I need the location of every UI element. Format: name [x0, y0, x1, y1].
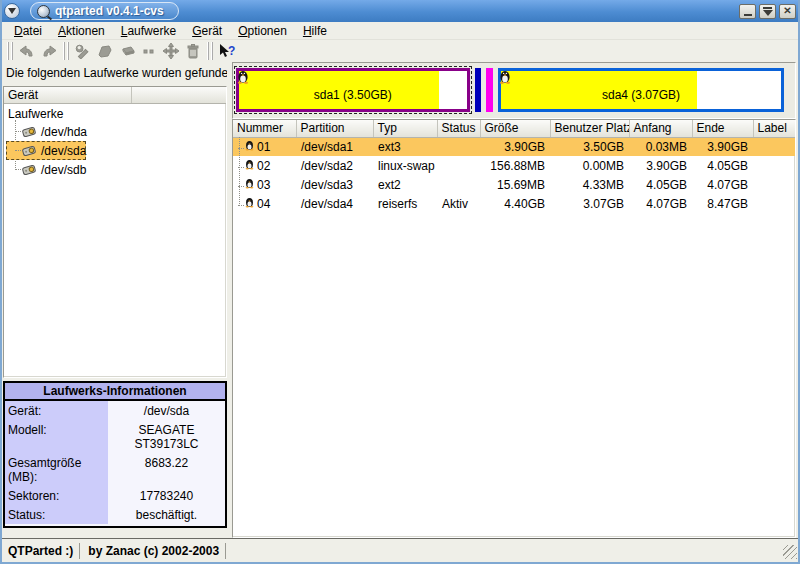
menu-bar: Datei Aktionen Laufwerke Gerät Optionen … [2, 22, 798, 40]
tree-root-laufwerke[interactable]: Laufwerke [6, 106, 226, 122]
menu-hilfe[interactable]: Hilfe [295, 23, 335, 39]
menu-optionen[interactable]: Optionen [230, 23, 295, 39]
device-column-header[interactable]: Gerät [4, 87, 132, 103]
delete-partition-button[interactable] [182, 41, 204, 61]
property-button[interactable] [72, 41, 94, 61]
info-value-sektoren: 17783240 [108, 486, 225, 505]
col-header-groesse[interactable]: Größe [480, 120, 550, 137]
table-row-sda3[interactable]: 03 /dev/sda3 ext2 15.69MB 4.33MB 4.05GB … [233, 175, 795, 194]
menu-aktionen[interactable]: Aktionen [50, 23, 113, 39]
resize-grip[interactable] [783, 545, 797, 559]
close-button[interactable]: ✕ [779, 4, 796, 19]
menu-laufwerke[interactable]: Laufwerke [113, 23, 184, 39]
table-row-sda1[interactable]: 01 /dev/sda1 ext3 3.90GB 3.50GB 0.03MB 3… [233, 137, 795, 156]
col-header-ende[interactable]: Ende [692, 120, 753, 137]
status-app-name: QTParted :) [2, 543, 80, 559]
partition-label-sda4: sda4 (3.07GB) [501, 71, 781, 109]
partition-bar-panel: sda1 (3.50GB) sda4 (3.07GB) [232, 62, 796, 119]
tree-item-dev-hda[interactable]: /dev/hda [6, 122, 87, 141]
partition-box-sda3[interactable] [486, 68, 493, 112]
drive-info-panel: Laufwerks-Informationen Gerät: /dev/sda … [3, 381, 227, 528]
col-header-nummer[interactable]: Nummer [233, 120, 296, 137]
partition-label-sda1: sda1 (3.50GB) [239, 71, 467, 109]
resize-icon [142, 46, 156, 56]
resize-partition-button[interactable] [138, 41, 160, 61]
info-value-modell: SEAGATE ST39173LC [108, 420, 225, 453]
partition-box-sda4[interactable]: sda4 (3.07GB) [498, 68, 784, 112]
device-column-header-spacer [132, 87, 226, 103]
status-credits: by Zanac (c) 2002-2003 [82, 543, 226, 559]
found-drives-label: Die folgenden Laufwerke wurden gefunden: [6, 66, 238, 80]
tux-icon [245, 158, 254, 173]
tux-icon [245, 196, 254, 211]
close-icon: ✕ [783, 6, 791, 16]
col-header-typ[interactable]: Typ [373, 120, 437, 137]
qtparted-window: qtparted v0.4.1-cvs ✕ Datei Aktionen Lau… [0, 0, 800, 564]
info-value-status: beschäftigt. [108, 505, 225, 524]
col-header-benutzer-platz[interactable]: Benutzer Platz [550, 120, 629, 137]
partition-table: Nummer Partition Typ Status Größe Benutz… [232, 119, 796, 538]
col-header-label[interactable]: Label [753, 120, 795, 137]
format-partition-button[interactable] [116, 41, 138, 61]
trash-icon [186, 44, 200, 59]
menu-geraet[interactable]: Gerät [184, 23, 230, 39]
format-icon [97, 44, 113, 58]
undo-button[interactable] [16, 41, 38, 61]
wrench-icon [75, 44, 91, 59]
title-bar[interactable]: qtparted v0.4.1-cvs ✕ [0, 0, 800, 22]
table-header-row: Nummer Partition Typ Status Größe Benutz… [233, 120, 795, 137]
tux-icon [237, 69, 249, 87]
whats-this-button[interactable]: ? [216, 41, 238, 61]
drive-info-title: Laufwerks-Informationen [5, 383, 225, 401]
window-title: qtparted v0.4.1-cvs [55, 4, 164, 18]
col-header-status[interactable]: Status [437, 120, 480, 137]
tool-bar: ? [2, 40, 798, 62]
device-tree-header: Gerät [4, 87, 226, 104]
device-tree: Gerät Laufwerke /dev/hda /dev/sda /dev/s… [3, 86, 227, 378]
window-menu-button[interactable] [4, 3, 20, 19]
window-menu-icon [8, 8, 16, 14]
partition-box-sda2[interactable] [475, 68, 482, 112]
info-label-status: Status: [5, 505, 108, 524]
svg-text:?: ? [228, 44, 235, 58]
tux-icon [245, 177, 254, 192]
move-partition-button[interactable] [160, 41, 182, 61]
minimize-button[interactable] [739, 4, 756, 19]
info-value-gesamtgroesse: 8683.22 [108, 453, 225, 486]
title-capsule: qtparted v0.4.1-cvs [30, 2, 179, 20]
maximize-button[interactable] [759, 4, 776, 19]
harddisk-icon [22, 164, 37, 176]
minimize-icon [744, 14, 752, 16]
tux-icon [245, 139, 254, 154]
tree-item-dev-sda[interactable]: /dev/sda [6, 141, 86, 160]
move-icon [163, 43, 179, 59]
info-label-sektoren: Sektoren: [5, 486, 108, 505]
undo-icon [19, 44, 35, 58]
partition-box-sda1[interactable]: sda1 (3.50GB) [236, 68, 470, 112]
info-value-geraet: /dev/sda [108, 401, 225, 420]
menu-datei[interactable]: Datei [6, 23, 50, 39]
harddisk-icon [22, 145, 37, 157]
col-header-partition[interactable]: Partition [296, 120, 373, 137]
tree-item-dev-sdb[interactable]: /dev/sdb [6, 160, 86, 179]
tux-icon [499, 69, 511, 87]
toolbar-separator[interactable] [63, 42, 69, 60]
app-icon [37, 5, 50, 18]
info-label-gesamtgroesse: Gesamtgröße (MB): [5, 453, 108, 486]
eraser-icon [119, 45, 135, 57]
redo-icon [41, 44, 57, 58]
harddisk-icon [22, 126, 37, 138]
col-header-anfang[interactable]: Anfang [629, 120, 692, 137]
info-label-geraet: Gerät: [5, 401, 108, 420]
maximize-icon [763, 7, 773, 16]
toolbar-separator[interactable] [207, 42, 213, 60]
status-bar: QTParted :) by Zanac (c) 2002-2003 [0, 538, 800, 562]
redo-button[interactable] [38, 41, 60, 61]
create-partition-button[interactable] [94, 41, 116, 61]
whats-this-icon: ? [218, 43, 236, 59]
table-row-sda2[interactable]: 02 /dev/sda2 linux-swap 156.88MB 0.00MB … [233, 156, 795, 175]
table-row-sda4[interactable]: 04 /dev/sda4 reiserfs Aktiv 4.40GB 3.07G… [233, 194, 795, 213]
toolbar-separator[interactable] [7, 42, 13, 60]
info-label-modell: Modell: [5, 420, 108, 453]
